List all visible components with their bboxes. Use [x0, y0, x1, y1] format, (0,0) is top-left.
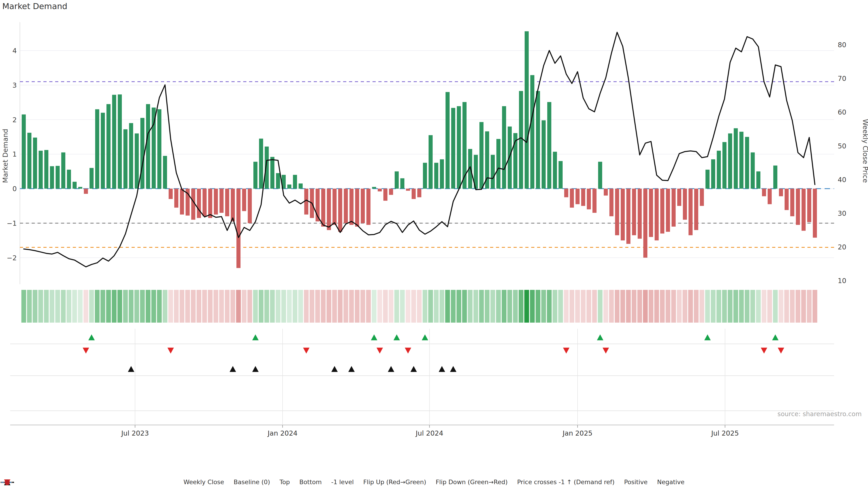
heatmap-cell: [349, 290, 354, 323]
heatmap-cell: [700, 290, 704, 323]
heatmap-cell: [50, 290, 55, 323]
heatmap-cell: [734, 290, 738, 323]
legend-item-label: Baseline (0): [234, 479, 270, 486]
demand-bar: [660, 189, 664, 234]
heatmap-cell: [434, 290, 439, 323]
heatmap-cell: [281, 290, 286, 323]
demand-bar: [700, 189, 704, 206]
demand-bar: [739, 132, 743, 189]
legend-item-label: Flip Up (Red→Green): [363, 479, 426, 486]
heatmap-cell: [123, 290, 128, 323]
heatmap-cell: [400, 290, 405, 323]
heatmap-cell: [197, 290, 202, 323]
demand-bar: [259, 139, 263, 189]
heatmap-cell: [767, 290, 772, 323]
heatmap-cell: [89, 290, 94, 323]
demand-bar: [813, 189, 817, 238]
heatmap-cell: [225, 290, 230, 323]
heatmap-cell: [38, 290, 43, 323]
legend-item: Bottom: [299, 479, 322, 486]
demand-bar: [366, 189, 370, 225]
heatmap-cell: [84, 290, 88, 323]
legend-item: Flip Down (Green→Red): [436, 479, 508, 486]
demand-bar: [112, 95, 116, 189]
heatmap-cell: [519, 290, 524, 323]
x-tick-label: Jul 2024: [415, 429, 443, 437]
demand-bar: [683, 189, 687, 220]
heatmap-cell: [739, 290, 744, 323]
demand-bar: [395, 171, 399, 189]
heatmap-cell: [163, 290, 167, 323]
heatmap-cell: [462, 290, 467, 323]
heatmap-cell: [638, 290, 642, 323]
flip-down-marker: [761, 348, 767, 354]
demand-bar: [423, 163, 427, 189]
heatmap-cell: [310, 290, 314, 323]
heatmap-cell: [530, 290, 535, 323]
legend-item: Negative: [657, 479, 684, 486]
demand-bar: [163, 156, 167, 189]
demand-bar: [248, 189, 252, 223]
demand-bar: [779, 189, 783, 196]
demand-bar: [50, 166, 54, 189]
demand-bar: [389, 189, 393, 195]
heatmap-cell: [129, 290, 133, 323]
demand-bar: [208, 189, 212, 218]
heatmap-cell: [654, 290, 659, 323]
price-cross-marker: [450, 366, 457, 372]
demand-bar: [632, 189, 636, 235]
demand-bar: [253, 162, 257, 189]
demand-bar: [790, 189, 794, 216]
demand-bar: [67, 170, 71, 189]
demand-bar: [547, 102, 551, 189]
demand-bar: [33, 138, 37, 189]
heatmap-cell: [185, 290, 190, 323]
heatmap-cell: [660, 290, 665, 323]
heatmap-cell: [564, 290, 569, 323]
heatmap-cell: [327, 290, 331, 323]
legend-item: Flip Up (Red→Green): [363, 479, 426, 486]
heatmap-cell: [688, 290, 693, 323]
left-tick-label: 4: [12, 47, 17, 55]
demand-bar: [519, 91, 523, 189]
heatmap-cell: [524, 290, 529, 323]
left-axis-label: Market Demand: [1, 129, 9, 183]
heatmap-cell: [406, 290, 410, 323]
heatmap-cell: [315, 290, 320, 323]
demand-bar: [451, 108, 455, 189]
demand-bar: [525, 31, 529, 189]
heatmap-cell: [496, 290, 501, 323]
heatmap-cell: [180, 290, 184, 323]
flip-down-marker: [778, 348, 784, 354]
price-cross-marker: [348, 366, 355, 372]
demand-bar: [445, 92, 450, 189]
heatmap-cell: [248, 290, 252, 323]
flip-up-marker: [597, 334, 603, 340]
circle-swatch-icon: [0, 479, 14, 486]
heatmap-cell: [112, 290, 117, 323]
legend-item: -1 level: [331, 479, 354, 486]
demand-bar: [643, 189, 647, 258]
heatmap-cell: [276, 290, 281, 323]
demand-bar: [598, 162, 602, 189]
heatmap-cell: [756, 290, 761, 323]
demand-bar: [203, 189, 207, 216]
heatmap-cell: [598, 290, 602, 323]
demand-bar: [174, 189, 178, 207]
demand-bar: [355, 189, 359, 227]
heatmap-cell: [502, 290, 506, 323]
heatmap-cell: [146, 290, 151, 323]
demand-bar: [118, 94, 122, 189]
demand-bar: [406, 189, 410, 191]
heatmap-cell: [61, 290, 66, 323]
demand-bar: [39, 151, 43, 189]
heatmap-cell: [445, 290, 450, 323]
demand-bar: [802, 189, 806, 231]
demand-bar: [321, 189, 325, 227]
demand-bar: [587, 189, 591, 209]
demand-bar: [604, 189, 608, 196]
heatmap-cell: [626, 290, 631, 323]
left-tick-label: −2: [7, 254, 17, 262]
flip-up-marker: [772, 334, 779, 340]
demand-bar: [44, 150, 49, 189]
